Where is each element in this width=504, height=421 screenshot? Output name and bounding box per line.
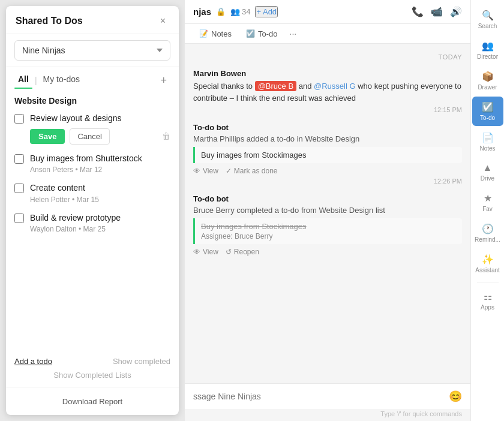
tab-all[interactable]: All xyxy=(14,72,32,89)
members-icon: 👥 xyxy=(230,7,240,16)
tabs-row: All | My to-dos + xyxy=(6,67,179,89)
panel-content: Website Design Review layout & designs S… xyxy=(6,89,179,352)
mark-done-button-1[interactable]: ✓ Mark as done xyxy=(226,167,278,175)
download-report-button[interactable]: Download Report xyxy=(62,397,122,406)
todo-card-2: Buy images from Stockimages Assignee: Br… xyxy=(193,218,462,244)
download-bar: Download Report xyxy=(6,387,179,415)
todo-item-2: Buy images from Shutterstock Anson Peter… xyxy=(14,153,170,175)
tab-notes[interactable]: 📝 Notes xyxy=(193,24,238,43)
delete-icon-1[interactable]: 🗑 xyxy=(162,131,170,141)
edit-area-1: Save Cancel 🗑 xyxy=(30,128,170,145)
bot-message-1: To-do bot Martha Phillips added a to-do … xyxy=(193,123,462,185)
channel-name: njas xyxy=(193,7,211,17)
sidebar-item-remind[interactable]: 🕐 Remind... xyxy=(472,218,503,248)
view-button-2[interactable]: 👁 View xyxy=(193,248,218,256)
todo-details-1: Review layout & designs Save Cancel 🗑 xyxy=(30,113,170,145)
input-hint: Type '/' for quick commands xyxy=(185,409,470,421)
todo-card-text-1: Buy images from Stockimages xyxy=(201,151,456,160)
members-count: 👥 34 xyxy=(230,7,250,16)
todo-title-1: Review layout & designs xyxy=(30,113,170,125)
bot-message-2: To-do bot Bruce Berry completed a to-do … xyxy=(193,194,462,256)
chat-messages: TODAY Marvin Bowen Special thanks to @Br… xyxy=(185,44,470,383)
eye-icon-2: 👁 xyxy=(193,248,200,256)
todo-checkbox-1[interactable] xyxy=(14,114,24,124)
message-text-marvin: Special thanks to @Bruce B and @Russell … xyxy=(193,80,462,104)
tab-my-todos[interactable]: My to-dos xyxy=(40,72,83,89)
sidebar-label-remind: Remind... xyxy=(475,236,500,243)
fav-icon: ★ xyxy=(484,193,492,204)
sidebar-item-fav[interactable]: ★ Fav xyxy=(472,188,503,217)
sidebar-label-fav: Fav xyxy=(482,206,493,212)
sidebar-item-directory[interactable]: 👥 Director xyxy=(472,35,503,65)
reopen-icon: ↺ xyxy=(226,248,232,256)
cancel-button-1[interactable]: Cancel xyxy=(70,128,109,145)
bot-actions-1: 👁 View ✓ Mark as done xyxy=(193,167,462,175)
chat-tabs: 📝 Notes ☑️ To-do ··· xyxy=(185,24,470,44)
todo-checkbox-2[interactable] xyxy=(14,154,24,164)
assistant-icon: ✨ xyxy=(482,254,494,265)
date-divider: TODAY xyxy=(193,53,462,61)
message-text-part1: Special thanks to xyxy=(193,82,255,91)
drive-icon: ▲ xyxy=(483,163,493,173)
view-button-1[interactable]: 👁 View xyxy=(193,167,218,175)
todo-card-text-2: Buy images from Stockimages xyxy=(201,222,456,231)
todo-details-4: Build & review prototype Waylon Dalton •… xyxy=(30,212,170,234)
edit-actions-1: Save Cancel 🗑 xyxy=(30,128,170,145)
sidebar-item-notes[interactable]: 📄 Notes xyxy=(472,127,503,157)
more-tabs-button[interactable]: ··· xyxy=(286,24,301,43)
phone-button[interactable]: 📞 xyxy=(412,6,424,17)
todo-tab-icon: ☑️ xyxy=(246,29,255,38)
todo-item-3: Create content Helen Potter • Mar 15 xyxy=(14,182,170,204)
todo-card-1: Buy images from Stockimages xyxy=(193,147,462,163)
chat-input[interactable] xyxy=(193,392,449,401)
bot-sender-2: To-do bot xyxy=(193,194,462,203)
todo-checkbox-4[interactable] xyxy=(14,213,24,223)
add-todo-button[interactable]: Add a todo xyxy=(14,357,52,366)
todo-meta-4: Waylon Dalton • Mar 25 xyxy=(30,225,170,233)
sidebar-item-search[interactable]: 🔍 Search xyxy=(472,5,503,34)
drawer-icon: 📦 xyxy=(482,71,494,82)
save-button-1[interactable]: Save xyxy=(30,129,65,144)
todo-checkbox-3[interactable] xyxy=(14,184,24,193)
reopen-button-2[interactable]: ↺ Reopen xyxy=(226,248,259,256)
message-text-part2: and xyxy=(299,82,314,91)
mention-russell: @Russell G xyxy=(314,82,356,91)
show-completed-button[interactable]: Show completed xyxy=(113,357,170,366)
todo-card-assignee-2: Assignee: Bruce Berry xyxy=(201,232,456,240)
add-members-button[interactable]: + Add xyxy=(255,6,278,17)
video-button[interactable]: 📹 xyxy=(431,6,443,17)
panel-footer-row: Add a todo Show completed xyxy=(6,352,179,368)
message-block-marvin: Marvin Bowen Special thanks to @Bruce B … xyxy=(193,69,462,113)
show-completed-lists-button[interactable]: Show Completed Lists xyxy=(6,368,179,387)
sidebar-item-assistant[interactable]: ✨ Assistant xyxy=(472,249,503,278)
bot-actions-2: 👁 View ↺ Reopen xyxy=(193,248,462,256)
emoji-button[interactable]: 😊 xyxy=(449,390,462,403)
bot-sender-1: To-do bot xyxy=(193,123,462,132)
sidebar-item-drive[interactable]: ▲ Drive xyxy=(472,158,503,187)
sidebar-divider xyxy=(477,282,499,282)
sidebar-item-drawer[interactable]: 📦 Drawer xyxy=(472,66,503,95)
sidebar-label-drawer: Drawer xyxy=(478,84,497,91)
bot-text-1: Martha Phillips added a to-do in Website… xyxy=(193,134,462,143)
panel-title: Shared To Dos xyxy=(16,16,83,26)
todo-title-2: Buy images from Shutterstock xyxy=(30,153,170,165)
search-icon: 🔍 xyxy=(482,10,494,21)
sidebar-label-apps: Apps xyxy=(481,304,494,311)
todo-details-3: Create content Helen Potter • Mar 15 xyxy=(30,182,170,204)
panel-header: Shared To Dos × xyxy=(6,6,179,34)
remind-icon: 🕐 xyxy=(482,223,494,234)
close-button[interactable]: × xyxy=(157,14,169,28)
header-actions: 📞 📹 🔊 xyxy=(412,6,462,17)
shared-todos-panel: Shared To Dos × Nine Ninjas All | My to-… xyxy=(6,6,179,415)
sidebar-item-todo[interactable]: ☑️ To-do xyxy=(472,97,503,126)
sidebar-label-todo: To-do xyxy=(480,115,495,121)
sidebar-label-drive: Drive xyxy=(481,175,494,182)
section-title-website-design: Website Design xyxy=(14,96,170,106)
volume-button[interactable]: 🔊 xyxy=(450,6,462,17)
check-icon: ✓ xyxy=(226,167,232,175)
workspace-dropdown[interactable]: Nine Ninjas xyxy=(14,40,170,61)
add-tab-button[interactable]: + xyxy=(157,73,170,88)
todo-item-1: Review layout & designs Save Cancel 🗑 xyxy=(14,113,170,145)
tab-todo[interactable]: ☑️ To-do xyxy=(240,24,284,43)
sidebar-item-apps[interactable]: ⚏ Apps xyxy=(472,286,503,315)
